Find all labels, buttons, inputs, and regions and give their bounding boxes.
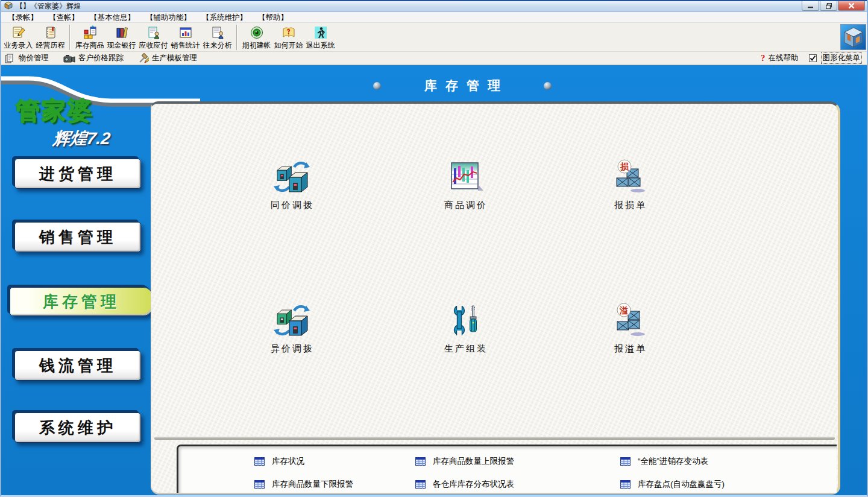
main-item-label: 报损单 [614, 200, 647, 211]
report-links-panel: 库存状况 库存商品数量上限报警 “全能”进销存变动表 库存商品数量下限报警 各仓… [177, 445, 837, 493]
sidebar-logo: 管家婆 辉煌7.2 [16, 94, 110, 150]
link-label: 库存商品数量上限报警 [433, 456, 514, 467]
close-button[interactable] [838, 1, 865, 11]
toolbar-secondary: 物价管理 客户价格跟踪 生产模板管理 ? 在线帮助 图形化菜单 [1, 52, 867, 65]
production-assembly-icon [449, 303, 483, 338]
toolbar-button-transaction-analysis[interactable]: 往来分析 [201, 24, 233, 51]
main-item-label: 同价调拨 [271, 200, 314, 211]
table-icon [415, 457, 426, 466]
toolbar-button-label: 业务录入 [4, 40, 33, 51]
loss-badge-text: 损 [620, 162, 629, 171]
toolbar-button-label: 往来分析 [203, 40, 232, 51]
toolbar-item-customer-price-tracking[interactable]: 客户价格跟踪 [63, 53, 124, 64]
toolbar-item-label: 物价管理 [19, 53, 49, 63]
link-stock-lower-limit-alert[interactable]: 库存商品数量下限报警 [254, 477, 353, 492]
link-label: 各仓库库存分布状况表 [433, 479, 514, 490]
transaction-analysis-icon [210, 24, 225, 40]
receivables-payables-icon [146, 24, 161, 40]
main-item-same-price-transfer[interactable]: 同价调拨 [241, 159, 344, 211]
sidebar-item-cash-flow-management[interactable]: 钱流管理 [14, 350, 141, 381]
toolbar-button-label: 期初建帐 [242, 40, 271, 51]
customer-price-tracking-icon [63, 53, 75, 64]
menu-item-bookkeeping[interactable]: 【录帐】 [2, 12, 43, 23]
page-header: 库存管理 [152, 75, 773, 97]
sidebar-item-inventory-management[interactable]: 库存管理 [10, 287, 153, 316]
main-item-production-assembly[interactable]: 生产组装 [415, 303, 517, 355]
menu-item-system-maintenance[interactable]: 【系统维护】 [197, 12, 253, 23]
menu-item-account-inquiry[interactable]: 【查帐】 [43, 12, 84, 23]
toolbar-button-initial-account-setup[interactable]: 期初建帐 [241, 24, 272, 51]
sidebar-item-system-maintenance[interactable]: 系统维护 [14, 413, 141, 443]
table-icon [254, 480, 265, 489]
logo-version-text: 辉煌7.2 [52, 127, 112, 150]
table-icon [620, 480, 631, 489]
toolbar-item-label: 生产模板管理 [152, 53, 197, 63]
link-label: “全能”进销存变动表 [638, 456, 708, 467]
main-item-goods-price-adjust[interactable]: 商品调价 [415, 159, 517, 211]
main-item-label: 生产组装 [444, 343, 488, 355]
goods-price-adjust-icon [448, 159, 483, 194]
brand-cube-logo [840, 24, 866, 50]
online-help-button[interactable]: ? 在线帮助 [761, 53, 799, 63]
overflow-report-icon: 溢 [612, 303, 649, 338]
link-stocktaking[interactable]: 库存盘点(自动盘赢盘亏) [620, 477, 725, 492]
app-icon [4, 1, 13, 11]
loss-report-icon: 损 [612, 159, 649, 194]
toolbar-button-inventory-goods[interactable]: 库存商品 [74, 24, 105, 51]
content-panel: 同价调拨 [151, 101, 840, 495]
toolbar-button-sales-statistics[interactable]: 销售统计 [169, 24, 201, 51]
page-title: 库存管理 [416, 77, 509, 94]
toolbar-button-how-to-start[interactable]: 如何开始 [272, 24, 304, 51]
panel-divider [154, 437, 835, 440]
graphical-menu-checkbox[interactable] [809, 54, 817, 62]
exit-system-icon [313, 24, 328, 40]
toolbar-button-cash-bank[interactable]: 现金银行 [105, 24, 137, 51]
toolbar-separator [69, 25, 71, 50]
link-almighty-purchase-sale-stock-table[interactable]: “全能”进销存变动表 [620, 454, 708, 469]
graphical-menu-label[interactable]: 图形化菜单 [821, 52, 863, 64]
production-template-icon [138, 53, 149, 64]
sidebar-item-purchase-management[interactable]: 进货管理 [14, 159, 141, 189]
how-to-start-icon [281, 24, 296, 40]
table-icon [620, 457, 631, 466]
cube-icon [842, 26, 865, 49]
main-item-label: 商品调价 [444, 200, 488, 211]
titlebar: 【】《管家婆》辉煌 [1, 0, 867, 12]
toolbar-button-label: 库存商品 [75, 40, 104, 51]
toolbar-button-business-history[interactable]: 经营历程 [34, 24, 66, 51]
menu-item-basic-info[interactable]: 【基本信息】 [84, 12, 140, 23]
restore-button[interactable] [820, 1, 837, 11]
main-item-diff-price-transfer[interactable]: 异价调拨 [241, 303, 344, 355]
main-item-loss-report[interactable]: 损 报损单 [579, 159, 682, 211]
link-warehouse-distribution-table[interactable]: 各仓库库存分布状况表 [415, 477, 514, 492]
app-workspace: 管家婆 辉煌7.2 进货管理 销售管理 库存管理 钱流管理 系统维护 库存管理 [1, 65, 867, 495]
sphere-icon [544, 82, 552, 90]
price-management-icon [5, 53, 16, 64]
toolbar-button-label: 销售统计 [171, 40, 200, 51]
toolbar-button-label: 应收应付 [139, 40, 168, 51]
link-label: 库存商品数量下限报警 [272, 479, 353, 490]
main-item-label: 报溢单 [614, 343, 647, 355]
menu-item-help[interactable]: 【帮助】 [253, 12, 294, 23]
main-item-overflow-report[interactable]: 溢 报溢单 [579, 303, 682, 355]
online-help-label: 在线帮助 [769, 53, 799, 63]
business-history-icon [43, 24, 58, 40]
toolbar-button-label: 如何开始 [274, 40, 303, 51]
menu-item-auxiliary-functions[interactable]: 【辅助功能】 [140, 12, 197, 23]
toolbar-item-label: 客户价格跟踪 [78, 53, 124, 63]
toolbar-item-price-management[interactable]: 物价管理 [5, 53, 49, 64]
main-item-label: 异价调拨 [271, 343, 314, 355]
diff-price-transfer-icon [274, 303, 311, 338]
inventory-goods-icon [83, 24, 97, 40]
minimize-button[interactable] [802, 1, 819, 11]
link-stock-upper-limit-alert[interactable]: 库存商品数量上限报警 [415, 454, 514, 469]
toolbar-button-business-entry[interactable]: 业务录入 [2, 24, 34, 51]
toolbar-button-receivables-payables[interactable]: 应收应付 [137, 24, 169, 51]
table-icon [254, 457, 265, 466]
toolbar-item-production-template[interactable]: 生产模板管理 [138, 53, 197, 64]
sidebar-item-sales-management[interactable]: 销售管理 [14, 222, 141, 252]
link-inventory-status[interactable]: 库存状况 [254, 454, 304, 469]
overflow-badge-text: 溢 [619, 305, 628, 315]
toolbar-button-exit-system[interactable]: 退出系统 [304, 24, 336, 51]
app-window: 【】《管家婆》辉煌 【录帐】 【查帐】 【基本信息】 【辅助功能】 【系统维护】… [0, 0, 868, 497]
